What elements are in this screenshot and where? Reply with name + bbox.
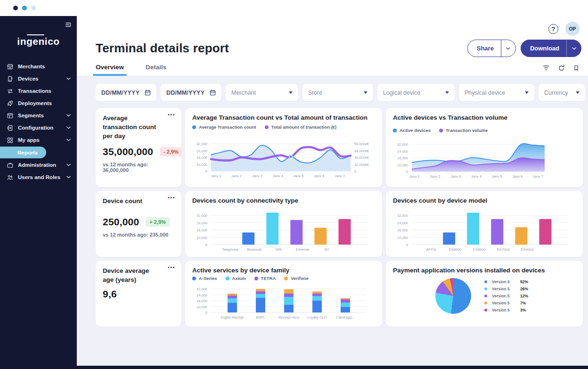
sidebar-item-administration[interactable]: Administration [0,159,77,171]
window-dot-icon [22,6,27,10]
chevron-down-icon [66,164,71,166]
sidebar-item-my-apps[interactable]: My apps [0,134,77,146]
sidebar-item-merchants[interactable]: Merchants [0,60,77,73]
sidebar-item-label: Deployments [18,100,52,106]
kpi-value: 35,000,000 [103,146,153,157]
chart-card-connectivity-type: Devices count by connectivity type 32,00… [185,191,382,257]
tab-details[interactable]: Details [146,64,166,76]
kpi-card-device-count: Device count ••• 250,000 + 2,9% vs 12 mo… [96,191,181,257]
more-menu-icon[interactable]: ••• [168,112,175,117]
pie-legend-label: Version 5 [492,287,517,291]
legend-dot-icon [484,295,487,297]
kpi-value: 250,000 [103,216,139,228]
legend-dot-icon [439,129,443,132]
filter-currency[interactable]: Currency [539,84,585,101]
briefcase-icon [7,162,14,169]
legend-dot-icon [484,302,487,304]
chart-legend: A-SeriesAxiumTETRAVerifone [192,276,375,281]
pie-legend-label: Version 5 [492,279,517,284]
pie-legend-value: 12% [520,294,533,298]
sidebar-item-segments[interactable]: Segments [0,109,77,122]
report-content: DD/MM/YYYYDD/MM/YYYYMerchantStoreLogical… [77,76,588,366]
sidebar-item-configuration[interactable]: Configuration [0,122,77,134]
bar-chart-canvas: 32,00024,00016,00010,0000APOSDX8000EX600… [393,207,576,252]
sidebar-item-devices[interactable]: Devices [0,73,77,85]
sidebar-item-label: Reports [17,150,38,156]
filter-value: Logical device [383,90,420,96]
pie-legend-label: Version 5 [492,301,517,305]
help-icon[interactable]: ? [548,24,558,34]
filter-logical-device[interactable]: Logical device [377,84,455,101]
date-filter-input[interactable]: DD/MM/YYYY [161,84,221,101]
tabs-row: Overview Details [77,57,588,76]
date-filter-input[interactable]: DD/MM/YYYY [96,84,156,101]
ingenico-logo: ingenico [0,36,77,47]
kpi-card-device-average-age: Device average age (years) ••• 9,6 [96,261,181,327]
chart-card-payment-app-versions: Payment application versions installed o… [386,261,583,327]
bar-chart-canvas: 32,00024,00016,00010,0000TelephoneBlueto… [192,207,375,252]
sidebar-item-transactions[interactable]: Transactions [0,85,77,97]
pie-chart [435,278,471,314]
chevron-down-icon [66,114,71,117]
filter-value: DD/MM/YYYY [101,90,139,96]
legend-item: TETRA [254,276,276,281]
area-chart-canvas: 32,00024,00016,00010,0000Janv 1Janv 2Jan… [393,137,576,179]
legend-item: A-Series [192,276,217,281]
share-button[interactable]: Share [467,40,516,57]
chart-title: Active services by device family [192,267,375,274]
chart-legend: Active devicesTransaction volume [393,128,576,133]
legend-dot-icon [265,125,269,129]
kpi-delta-badge: + 2,9% [146,217,170,227]
filter-value: Physical device [465,90,505,96]
header-actions: Share Download [467,40,581,57]
kpi-compare-text: vs 12 months ago: 36,000,000 [103,162,174,173]
filter-value: Merchant [231,90,256,96]
chevron-down-icon [576,91,580,94]
chevron-down-icon [445,91,449,94]
download-button[interactable]: Download [521,40,581,57]
terminal-icon [7,75,14,82]
kpi-title: Device average age (years) [103,267,160,285]
chevron-down-icon [364,91,368,94]
pie-legend-value: 26% [520,287,533,291]
chart-title: Devices count by device model [393,197,576,204]
collapse-sidebar-icon[interactable] [65,21,72,30]
apps-grid-icon [7,137,14,144]
report-toolbar [542,64,580,76]
chart-card-tx-count-vs-amount: Average Transaction count vs Total amoun… [185,108,382,187]
line-chart-canvas: 32,00056,000k€24,00048,000k€16,00040,000… [192,136,375,179]
chevron-down-icon[interactable] [566,40,581,57]
more-menu-icon[interactable]: ••• [168,264,175,270]
filter-store[interactable]: Store [302,84,373,101]
chevron-down-icon[interactable] [501,40,515,57]
table-icon [7,112,14,119]
sidebar-item-label: Devices [18,76,38,82]
cards-grid: Average transaction count per day ••• 35… [96,108,583,327]
window-dot-icon [13,6,18,10]
bookmark-icon[interactable] [573,65,580,72]
kpi-card-average-transaction-count: Average transaction count per day ••• 35… [96,108,181,187]
pie-chart-canvas: Version 552%Version 526%Version 512%Vers… [393,278,576,314]
chart-card-device-model: Devices count by device model 32,00024,0… [386,191,583,257]
filter-value: DD/MM/YYYY [166,90,204,96]
refresh-icon[interactable] [558,65,565,72]
sidebar-item-deployments[interactable]: Deployments [0,97,77,109]
legend-dot-icon [192,125,196,129]
kpi-value: 9,6 [103,288,117,300]
legend-item: Active devices [393,128,431,133]
chevron-down-icon [66,77,71,80]
pie-legend: Version 552%Version 526%Version 512%Vers… [484,279,533,312]
filter-icon[interactable] [542,64,550,72]
kpi-delta-badge: - 2,9% [160,147,181,156]
filter-merchant[interactable]: Merchant [226,84,298,101]
calendar-icon [144,89,151,96]
pie-legend-label: Version 5 [492,294,517,298]
sidebar-item-users-and-roles[interactable]: Users and Roles [0,171,77,183]
more-menu-icon[interactable]: ••• [168,195,175,200]
kpi-title: Average transaction count per day [103,114,160,141]
transfer-icon [7,88,14,95]
tab-overview[interactable]: Overview [96,64,124,76]
sidebar-item-reports[interactable]: Reports [0,147,46,158]
avatar[interactable]: OP [565,22,580,36]
filter-physical-device[interactable]: Physical device [459,84,534,101]
